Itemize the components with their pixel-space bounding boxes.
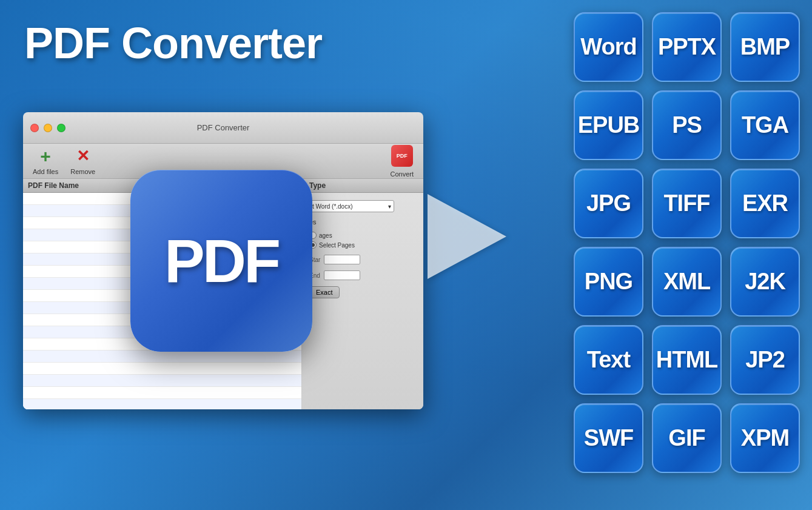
format-btn-pptx[interactable]: PPTX [652, 12, 722, 82]
format-btn-label-exr: EXR [742, 190, 788, 216]
all-pages-option[interactable]: ages [309, 232, 416, 239]
format-btn-label-xml: XML [663, 269, 710, 295]
format-btn-label-ps: PS [672, 112, 702, 138]
format-btn-label-tiff: TIFF [663, 190, 710, 216]
table-row [23, 363, 301, 375]
pdf-icon-text: PDF [164, 226, 278, 296]
format-btn-label-html: HTML [656, 347, 718, 373]
format-btn-label-xpm: XPM [741, 425, 789, 451]
exact-button[interactable]: Exact [309, 286, 340, 298]
app-title: PDF Converter [24, 18, 322, 68]
maximize-window-button[interactable] [57, 124, 65, 132]
convert-button[interactable]: PDF Convert [390, 145, 414, 178]
close-window-button[interactable] [30, 124, 39, 132]
mac-titlebar: PDF Converter [23, 112, 423, 144]
format-btn-exr[interactable]: EXR [730, 169, 800, 238]
format-btn-tga[interactable]: TGA [730, 90, 800, 160]
window-title: PDF Converter [197, 123, 250, 132]
format-btn-j2k[interactable]: J2K [730, 247, 800, 317]
format-btn-xpm[interactable]: XPM [730, 403, 800, 473]
format-btn-label-pptx: PPTX [658, 34, 716, 60]
format-row: t Word (*.docx) ▾ [309, 200, 416, 212]
mac-window-buttons [30, 124, 65, 132]
add-icon [36, 147, 55, 166]
format-btn-bmp[interactable]: BMP [730, 12, 800, 82]
format-btn-label-tga: TGA [742, 112, 788, 138]
add-files-label: Add files [33, 168, 58, 175]
conversion-arrow [424, 194, 509, 279]
table-row [23, 387, 301, 399]
format-btn-gif[interactable]: GIF [652, 403, 722, 473]
settings-panel: t Word (*.docx) ▾ es ages [302, 193, 423, 409]
table-row [23, 351, 301, 363]
format-grid: WordPPTXBMPEPUBPSTGAJPGTIFFEXRPNGXMLJ2KT… [574, 12, 800, 473]
all-pages-label: ages [319, 232, 332, 239]
remove-icon: ✕ [74, 147, 92, 166]
remove-label: Remove [70, 168, 95, 175]
format-btn-label-bmp: BMP [740, 34, 790, 60]
pdf-small-icon: PDF [391, 145, 413, 167]
arrow-shape [428, 194, 506, 279]
format-btn-label-gif: GIF [668, 425, 705, 451]
pdf-large-icon: PDF [130, 170, 312, 352]
convert-label: Convert [390, 170, 414, 178]
format-btn-label-j2k: J2K [745, 269, 785, 295]
format-btn-text[interactable]: Text [574, 325, 643, 395]
format-btn-swf[interactable]: SWF [574, 403, 643, 473]
chevron-down-icon: ▾ [388, 203, 391, 210]
format-btn-jpg[interactable]: JPG [574, 169, 643, 238]
start-input[interactable] [324, 255, 360, 264]
format-btn-label-swf: SWF [584, 425, 633, 451]
col-type: Type [309, 181, 418, 190]
remove-button[interactable]: ✕ Remove [70, 147, 95, 175]
select-pages-label: Select Pages [319, 242, 355, 249]
format-btn-label-jp2: JP2 [745, 347, 785, 373]
add-files-button[interactable]: Add files [33, 147, 58, 175]
format-btn-ps[interactable]: PS [652, 90, 722, 160]
format-btn-label-jpg: JPG [586, 190, 631, 216]
format-btn-label-png: PNG [585, 269, 632, 295]
format-btn-tiff[interactable]: TIFF [652, 169, 722, 238]
format-value: t Word (*.docx) [312, 203, 353, 210]
format-btn-label-text: Text [587, 347, 630, 373]
select-pages-option[interactable]: Select Pages [309, 241, 416, 249]
format-btn-label-word: Word [580, 34, 636, 60]
format-btn-png[interactable]: PNG [574, 247, 643, 317]
format-btn-word[interactable]: Word [574, 12, 643, 82]
format-btn-xml[interactable]: XML [652, 247, 722, 317]
format-btn-epub[interactable]: EPUB [574, 90, 643, 160]
start-row: Star [309, 255, 416, 264]
format-btn-html[interactable]: HTML [652, 325, 722, 395]
pages-radio-group: ages Select Pages [309, 232, 416, 249]
format-btn-label-epub: EPUB [578, 112, 640, 138]
end-row: End [309, 270, 416, 280]
format-select[interactable]: t Word (*.docx) ▾ [309, 200, 394, 212]
table-row [23, 399, 301, 409]
format-btn-jp2[interactable]: JP2 [730, 325, 800, 395]
pages-label-row: es [309, 218, 416, 226]
minimize-window-button[interactable] [44, 124, 52, 132]
table-row [23, 375, 301, 387]
end-input[interactable] [324, 270, 360, 280]
